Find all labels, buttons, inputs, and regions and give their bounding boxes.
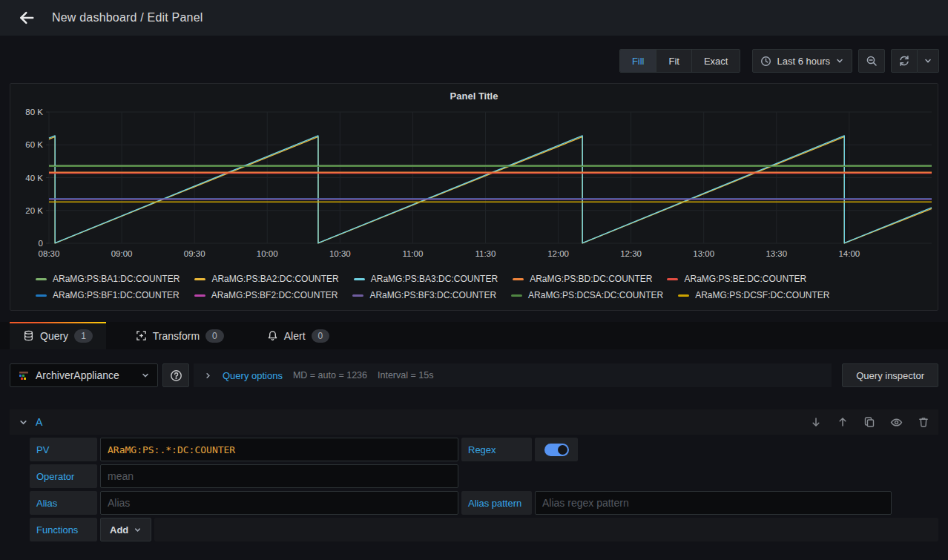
tab-query-label: Query [40, 330, 68, 342]
legend-item[interactable]: ARaMG:PS:BE:DC:COUNTER [667, 272, 806, 286]
refresh-button-group [891, 49, 939, 73]
display-mode-group: Fill Fit Exact [619, 49, 741, 73]
svg-text:60 K: 60 K [25, 140, 43, 149]
legend-series-swatch [352, 294, 363, 297]
regex-label: Regex [461, 438, 532, 461]
legend-series-label[interactable]: ARaMG:PS:BA3:DC:COUNTER [371, 274, 498, 284]
legend-series-label[interactable]: ARaMG:PS:BF2:DC:COUNTER [211, 290, 338, 300]
legend-item[interactable]: ARaMG:PS:BA2:DC:COUNTER [194, 272, 338, 286]
add-function-label: Add [110, 524, 128, 536]
refresh-interval-dropdown[interactable] [918, 49, 939, 73]
chart-svg: 020 K40 K60 K80 K08:3009:0009:3010:0010:… [16, 106, 936, 268]
legend-series-label[interactable]: ARaMG:PS:BF1:DC:COUNTER [53, 290, 180, 300]
svg-text:80 K: 80 K [25, 108, 43, 116]
legend-series-swatch [511, 294, 522, 297]
legend-series-swatch [194, 278, 205, 280]
functions-list-area[interactable] [154, 518, 938, 541]
chevron-down-icon [835, 56, 844, 65]
legend-item[interactable]: ARaMG:PS:DCSF:DC:COUNTER [678, 289, 829, 302]
operator-row: Operator [30, 464, 938, 488]
tab-query[interactable]: Query 1 [10, 322, 106, 349]
tab-alert-label: Alert [284, 330, 306, 342]
tab-transform[interactable]: Transform 0 [122, 322, 237, 349]
datasource-help-button[interactable] [162, 363, 189, 387]
legend-series-label[interactable]: ARaMG:PS:BA2:DC:COUNTER [211, 274, 338, 284]
display-mode-fill-button[interactable]: Fill [620, 50, 657, 72]
add-function-button[interactable]: Add [100, 518, 151, 541]
legend-series-swatch [36, 278, 47, 280]
legend-series-label[interactable]: ARaMG:PS:BA1:DC:COUNTER [53, 274, 180, 284]
svg-text:11:00: 11:00 [402, 249, 423, 258]
legend-series-label[interactable]: ARaMG:PS:DCSA:DC:COUNTER [528, 290, 663, 300]
query-inspector-button[interactable]: Query inspector [842, 363, 938, 387]
legend-item[interactable]: ARaMG:PS:BD:DC:COUNTER [513, 272, 652, 286]
toggle-knob [558, 445, 567, 455]
query-editor-form: PV Regex Operator Alias Alias pattern Fu… [30, 438, 938, 541]
operator-label: Operator [30, 464, 97, 488]
back-button[interactable] [12, 3, 42, 33]
pv-input[interactable] [100, 438, 458, 461]
datasource-logo-icon [18, 369, 30, 381]
query-options-toggle[interactable]: Query options MD = auto = 1236 Interval … [194, 363, 832, 387]
move-query-down-icon[interactable] [810, 416, 822, 428]
move-query-up-icon[interactable] [837, 416, 849, 428]
refresh-button[interactable] [891, 49, 918, 73]
legend-series-label[interactable]: ARaMG:PS:BD:DC:COUNTER [530, 274, 652, 284]
time-series-chart[interactable]: 020 K40 K60 K80 K08:3009:0009:3010:0010:… [16, 106, 932, 271]
operator-input[interactable] [100, 464, 458, 488]
svg-text:10:00: 10:00 [257, 249, 278, 258]
refresh-icon [898, 55, 910, 67]
help-circle-icon [170, 369, 182, 382]
alias-pattern-input[interactable] [535, 491, 892, 515]
duplicate-query-icon[interactable] [863, 416, 875, 428]
legend-item[interactable]: ARaMG:PS:DCSA:DC:COUNTER [511, 289, 663, 302]
legend-item[interactable]: ARaMG:PS:BF3:DC:COUNTER [352, 289, 496, 302]
chart-legend: ARaMG:PS:BA1:DC:COUNTERARaMG:PS:BA2:DC:C… [16, 272, 932, 302]
tab-transform-label: Transform [153, 330, 200, 342]
svg-text:14:00: 14:00 [838, 249, 860, 258]
legend-item[interactable]: ARaMG:PS:BA3:DC:COUNTER [354, 272, 498, 286]
search-minus-icon [866, 55, 878, 67]
panel-title[interactable]: Panel Title [16, 88, 932, 106]
display-mode-fit-button[interactable]: Fit [656, 50, 691, 72]
top-navigation-bar: New dashboard / Edit Panel [0, 0, 948, 36]
toggle-switch-on[interactable] [544, 444, 569, 456]
datasource-picker[interactable]: ArchiverAppliance [10, 363, 158, 387]
regex-toggle[interactable] [535, 438, 578, 461]
editor-tabs: Query 1 Transform 0 Alert 0 [0, 322, 948, 349]
delete-query-trash-icon[interactable] [918, 416, 929, 428]
legend-series-label[interactable]: ARaMG:PS:BE:DC:COUNTER [684, 274, 806, 284]
legend-series-label[interactable]: ARaMG:PS:BF3:DC:COUNTER [369, 290, 496, 300]
functions-label: Functions [30, 518, 97, 541]
database-icon [23, 330, 34, 341]
legend-series-swatch [36, 294, 47, 297]
zoom-out-button[interactable] [858, 49, 885, 73]
alias-row: Alias Alias pattern [30, 491, 938, 515]
legend-series-swatch [513, 278, 524, 280]
query-options-md: MD = auto = 1236 [293, 370, 367, 381]
svg-text:11:30: 11:30 [475, 249, 496, 258]
time-range-label: Last 6 hours [777, 56, 830, 67]
query-row-header[interactable]: A [10, 409, 938, 435]
legend-item[interactable]: ARaMG:PS:BF2:DC:COUNTER [194, 289, 338, 302]
chevron-down-icon [924, 56, 932, 65]
query-header-row: ArchiverAppliance Query options MD = aut… [10, 363, 938, 387]
chevron-down-icon [134, 526, 142, 534]
tab-alert[interactable]: Alert 0 [254, 322, 343, 349]
alias-pattern-label: Alias pattern [461, 491, 532, 515]
legend-item[interactable]: ARaMG:PS:BF1:DC:COUNTER [36, 289, 180, 302]
panel-preview: Panel Title 020 K40 K60 K80 K08:3009:000… [10, 83, 938, 311]
disable-query-eye-icon[interactable] [890, 416, 903, 429]
display-mode-exact-button[interactable]: Exact [692, 50, 740, 72]
legend-item[interactable]: ARaMG:PS:BA1:DC:COUNTER [36, 272, 180, 286]
chevron-down-icon[interactable] [19, 418, 28, 427]
time-range-picker[interactable]: Last 6 hours [752, 49, 852, 73]
alias-input[interactable] [100, 491, 458, 515]
svg-text:0: 0 [39, 239, 43, 248]
arrow-left-icon [19, 10, 35, 26]
query-ref-id: A [36, 416, 42, 428]
chevron-right-icon [204, 372, 212, 380]
svg-text:09:30: 09:30 [184, 249, 205, 258]
legend-series-label[interactable]: ARaMG:PS:DCSF:DC:COUNTER [695, 290, 829, 300]
legend-series-swatch [354, 278, 365, 280]
